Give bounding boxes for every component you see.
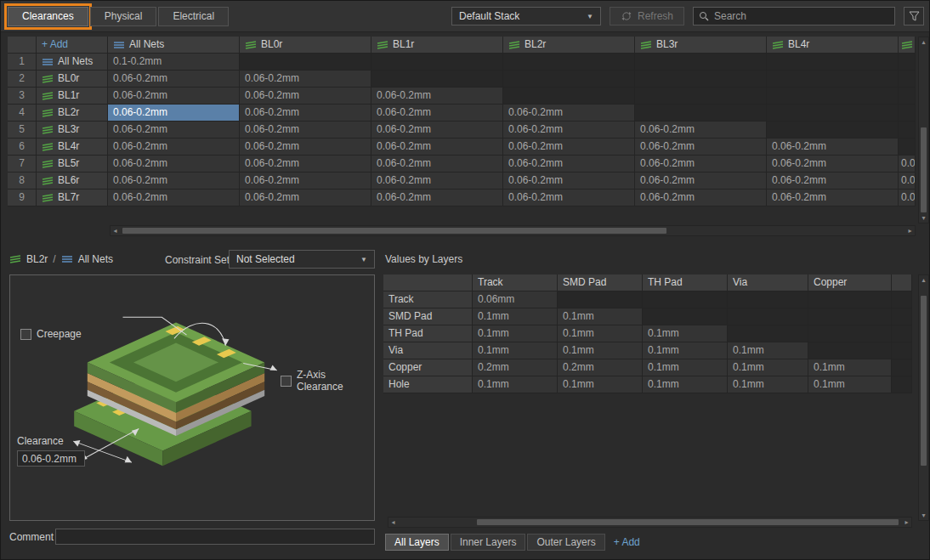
matrix-cell[interactable]: 0.06-0.2mm xyxy=(371,88,503,105)
matrix-cell[interactable]: 0.06-0.2mm xyxy=(371,139,503,156)
column-header-all-nets[interactable]: All Nets xyxy=(108,37,240,54)
matrix-cell[interactable] xyxy=(635,88,767,105)
values-cell[interactable] xyxy=(643,291,728,308)
layer-tab-inner-layers[interactable]: Inner Layers xyxy=(451,534,526,551)
matrix-cell[interactable]: 0.06-0.2mm xyxy=(240,88,371,105)
values-cell[interactable] xyxy=(558,291,643,308)
matrix-cell[interactable] xyxy=(899,122,916,139)
matrix-row-header-bl3r[interactable]: BL3r xyxy=(37,122,108,139)
scroll-right-icon[interactable]: ▸ xyxy=(905,226,915,235)
column-header-bl1r[interactable]: BL1r xyxy=(371,37,503,54)
matrix-cell[interactable]: 0.06-0.2mm xyxy=(635,189,767,206)
matrix-cell[interactable]: 0.06-0.2mm xyxy=(108,189,240,206)
matrix-row-header-bl2r[interactable]: BL2r xyxy=(37,105,108,122)
scroll-right-icon[interactable]: ▸ xyxy=(902,518,911,527)
matrix-cell[interactable]: 0.06-0.2mm xyxy=(503,105,635,122)
matrix-cell[interactable] xyxy=(767,88,899,105)
matrix-cell[interactable]: 0.06-0.2mm xyxy=(503,173,635,189)
matrix-cell[interactable]: 0.06-0.2mm xyxy=(240,71,371,88)
tab-clearances[interactable]: Clearances xyxy=(8,7,88,26)
matrix-cell[interactable] xyxy=(503,88,635,105)
matrix-cell[interactable] xyxy=(899,71,916,88)
matrix-cell[interactable]: 0.06-0.2mm xyxy=(108,105,240,122)
matrix-cell[interactable]: 0.06-0.2mm xyxy=(108,71,240,88)
zaxis-clearance-checkbox[interactable] xyxy=(281,376,292,387)
scroll-down-icon[interactable]: ▾ xyxy=(919,511,928,520)
matrix-horizontal-scrollbar[interactable]: ◂ ▸ xyxy=(110,225,916,236)
matrix-cell[interactable]: 0.06-0.2mm xyxy=(503,122,635,139)
matrix-cell[interactable] xyxy=(503,71,635,88)
values-row-header-track[interactable]: Track xyxy=(383,291,473,308)
values-column-header-track[interactable]: Track xyxy=(473,274,558,291)
matrix-cell[interactable]: 0.06-0.2mm xyxy=(899,156,916,173)
values-cell[interactable]: 0.1mm xyxy=(558,308,643,325)
matrix-cell[interactable]: 0.06-0.2mm xyxy=(371,105,503,122)
matrix-cell[interactable] xyxy=(635,54,767,71)
matrix-cell[interactable]: 0.06-0.2mm xyxy=(240,156,371,173)
matrix-cell[interactable]: 0.06-0.2mm xyxy=(240,105,371,122)
scroll-left-icon[interactable]: ◂ xyxy=(388,518,398,527)
values-column-header-th-pad[interactable]: TH Pad xyxy=(643,274,728,291)
matrix-cell[interactable] xyxy=(371,54,503,71)
matrix-cell[interactable] xyxy=(767,122,899,139)
scroll-up-icon[interactable]: ▴ xyxy=(919,275,928,285)
scroll-left-icon[interactable]: ◂ xyxy=(111,226,120,235)
matrix-cell[interactable]: 0.06-0.2mm xyxy=(899,189,916,206)
values-row-header-copper[interactable]: Copper xyxy=(383,359,473,376)
values-cell[interactable]: 0.1mm xyxy=(728,342,808,359)
matrix-cell[interactable]: 0.06-0.2mm xyxy=(635,122,767,139)
values-cell-partial[interactable] xyxy=(892,308,912,325)
matrix-cell[interactable]: 0.06-0.2mm xyxy=(108,139,240,156)
matrix-add-button[interactable]: + Add xyxy=(37,37,108,54)
values-cell-partial[interactable] xyxy=(892,342,912,359)
scroll-down-icon[interactable]: ▾ xyxy=(919,213,928,223)
values-column-header-via[interactable]: Via xyxy=(728,274,808,291)
matrix-row-header-bl1r[interactable]: BL1r xyxy=(37,88,108,105)
row-number[interactable]: 2 xyxy=(8,71,37,88)
values-cell[interactable] xyxy=(728,291,808,308)
values-cell[interactable]: 0.1mm xyxy=(473,308,558,325)
row-number[interactable]: 5 xyxy=(8,122,37,139)
matrix-cell[interactable]: 0.06-0.2mm xyxy=(767,173,899,189)
values-cell[interactable]: 0.1mm xyxy=(473,342,558,359)
matrix-cell[interactable]: 0.06-0.2mm xyxy=(767,139,899,156)
matrix-cell[interactable]: 0.06-0.2mm xyxy=(108,122,240,139)
values-cell-partial[interactable] xyxy=(892,291,912,308)
tab-electrical[interactable]: Electrical xyxy=(158,7,229,26)
values-vertical-scrollbar[interactable]: ▴ ▾ xyxy=(918,274,929,521)
values-cell[interactable] xyxy=(808,291,892,308)
matrix-cell[interactable]: 0.06-0.2mm xyxy=(371,156,503,173)
matrix-cell[interactable]: 0.06-0.2mm xyxy=(108,173,240,189)
scrollbar-thumb[interactable] xyxy=(921,296,927,466)
matrix-cell[interactable]: 0.1-0.2mm xyxy=(108,54,240,71)
values-cell[interactable]: 0.1mm xyxy=(643,359,728,376)
scrollbar-thumb[interactable] xyxy=(921,127,927,212)
values-cell[interactable] xyxy=(728,325,808,342)
values-cell[interactable]: 0.1mm xyxy=(473,325,558,342)
matrix-cell[interactable]: 0.06-0.2mm xyxy=(240,122,371,139)
row-number[interactable]: 3 xyxy=(8,88,37,105)
matrix-cell[interactable]: 0.06-0.2mm xyxy=(503,189,635,206)
layer-tab-outer-layers[interactable]: Outer Layers xyxy=(527,534,604,551)
matrix-cell[interactable]: 0.06-0.2mm xyxy=(371,189,503,206)
values-cell[interactable] xyxy=(643,308,728,325)
values-cell[interactable]: 0.1mm xyxy=(643,376,728,393)
row-number[interactable]: 4 xyxy=(8,105,37,122)
matrix-cell[interactable] xyxy=(899,88,916,105)
comment-input[interactable] xyxy=(55,529,375,545)
matrix-cell[interactable] xyxy=(635,105,767,122)
tab-physical[interactable]: Physical xyxy=(90,7,157,26)
scrollbar-thumb[interactable] xyxy=(122,228,666,234)
matrix-cell[interactable] xyxy=(899,105,916,122)
matrix-cell[interactable]: 0.06-0.2mm xyxy=(371,173,503,189)
matrix-row-header-bl5r[interactable]: BL5r xyxy=(37,156,108,173)
row-number[interactable]: 1 xyxy=(8,54,37,71)
filter-button[interactable] xyxy=(904,7,924,25)
values-horizontal-scrollbar[interactable]: ◂ ▸ xyxy=(388,517,912,528)
matrix-cell[interactable]: 0.06-0.2mm xyxy=(635,139,767,156)
matrix-cell[interactable]: 0.06-0.2mm xyxy=(240,139,371,156)
values-cell[interactable]: 0.1mm xyxy=(558,342,643,359)
values-row-header-th-pad[interactable]: TH Pad xyxy=(383,325,473,342)
matrix-cell[interactable]: 0.06-0.2mm xyxy=(240,189,371,206)
matrix-cell[interactable] xyxy=(635,71,767,88)
